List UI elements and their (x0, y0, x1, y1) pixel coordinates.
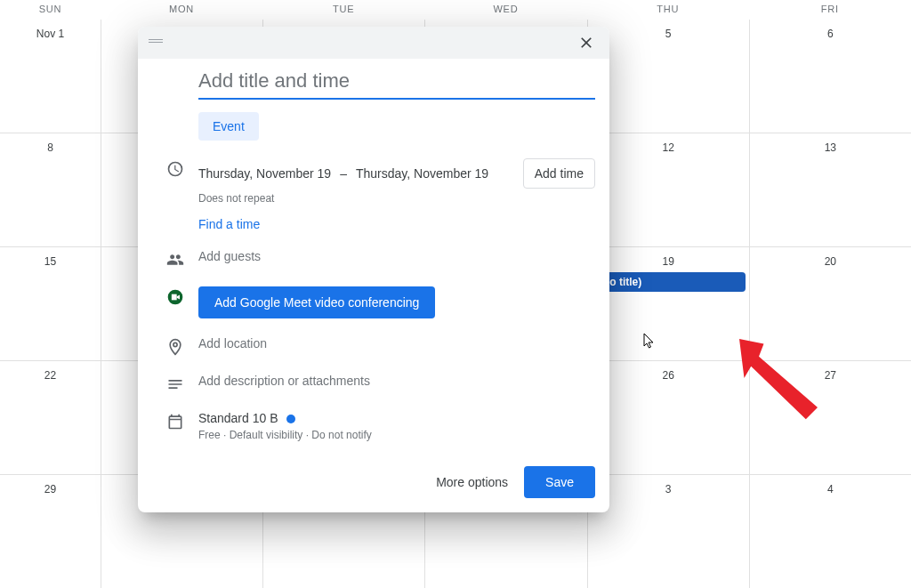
calendar-color-dot (286, 415, 295, 423)
date-start[interactable]: Thursday, November 19 (198, 166, 331, 181)
day-number: 3 (657, 480, 679, 498)
day-cell[interactable]: 19(No title) (587, 247, 749, 360)
day-number: 27 (819, 366, 841, 384)
tab-event[interactable]: Event (198, 112, 259, 141)
day-number: 15 (40, 253, 61, 270)
day-header: THU (587, 0, 749, 20)
day-cell[interactable]: 27 (749, 361, 911, 474)
day-header: TUE (262, 0, 424, 20)
modal-header[interactable] (138, 27, 609, 59)
day-cell[interactable]: 8 (0, 133, 101, 246)
calendar-name[interactable]: Standard 10 B (198, 411, 278, 425)
date-end[interactable]: Thursday, November 19 (356, 166, 488, 181)
add-description-field[interactable]: Add description or attachments (198, 374, 370, 388)
description-icon (166, 375, 184, 393)
day-number: Nov 1 (36, 25, 64, 43)
day-number: 13 (819, 139, 841, 157)
close-icon (577, 34, 595, 52)
day-number: 20 (819, 253, 841, 270)
day-number: 26 (657, 366, 679, 384)
day-cell[interactable]: 6 (749, 20, 911, 133)
day-header: MON (101, 0, 262, 20)
day-cell[interactable]: 12 (587, 133, 749, 246)
location-icon (166, 338, 184, 356)
event-editor-modal: Event Thursday, November 19 – Thursday, … (138, 27, 609, 512)
day-headers-row: SUNMONTUEWEDTHUFRI (0, 0, 911, 20)
day-cell[interactable]: 26 (587, 361, 749, 474)
clock-icon (166, 160, 184, 178)
day-number: 22 (40, 366, 61, 384)
day-header: WED (424, 0, 586, 20)
event-chip[interactable]: (No title) (592, 272, 746, 292)
add-time-button[interactable]: Add time (523, 158, 595, 189)
add-guests-field[interactable]: Add guests (198, 249, 261, 263)
save-button[interactable]: Save (524, 466, 595, 498)
day-cell[interactable]: 22 (0, 361, 101, 474)
event-title-input[interactable] (198, 66, 595, 100)
people-icon (166, 251, 184, 269)
calendar-icon (166, 413, 184, 431)
date-separator: – (340, 166, 347, 181)
visibility-line[interactable]: Free · Default visibility · Do not notif… (198, 429, 595, 441)
day-cell[interactable]: 29 (0, 475, 101, 588)
recurrence-text[interactable]: Does not repeat (198, 192, 595, 205)
day-cell[interactable]: 15 (0, 247, 101, 360)
day-cell[interactable]: 20 (749, 247, 911, 360)
more-options-button[interactable]: More options (436, 475, 508, 489)
day-number: 5 (657, 25, 679, 43)
close-button[interactable] (570, 27, 602, 59)
add-location-field[interactable]: Add location (198, 336, 267, 350)
day-number: 12 (657, 139, 679, 157)
day-cell[interactable]: 4 (749, 475, 911, 588)
day-number: 6 (819, 25, 841, 43)
day-number: 4 (819, 480, 841, 498)
drag-handle-icon[interactable] (145, 30, 166, 55)
day-cell[interactable]: 13 (749, 133, 911, 246)
day-number: 8 (40, 139, 61, 157)
find-a-time-link[interactable]: Find a time (198, 217, 595, 231)
day-cell[interactable]: 5 (587, 20, 749, 133)
google-meet-icon (166, 288, 184, 306)
day-header: FRI (749, 0, 911, 20)
day-header: SUN (0, 0, 101, 20)
day-cell[interactable]: Nov 1 (0, 20, 101, 133)
day-cell[interactable]: 3 (587, 475, 749, 588)
day-number: 29 (40, 480, 61, 498)
day-number: 19 (657, 253, 679, 270)
add-google-meet-button[interactable]: Add Google Meet video conferencing (198, 286, 435, 318)
